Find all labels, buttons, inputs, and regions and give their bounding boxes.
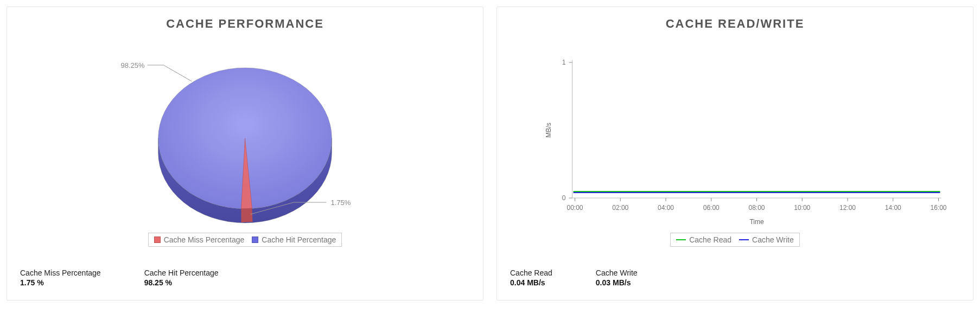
pie-miss-label: 1.75% — [331, 199, 351, 207]
stat-write-label: Cache Write — [596, 269, 638, 277]
cache-readwrite-title: CACHE READ/WRITE — [510, 17, 960, 31]
pie-miss-side — [241, 208, 253, 222]
pie-stats: Cache Miss Percentage 1.75 % Cache Hit P… — [20, 269, 470, 287]
legend-swatch-read — [676, 239, 686, 240]
legend-item-hit[interactable]: Cache Hit Percentage — [252, 235, 336, 244]
line-chart-svg: 0 1 MB/s 00:0002:0004:0006:0008:0010:001… — [510, 35, 960, 231]
stat-hit-label: Cache Hit Percentage — [144, 269, 219, 277]
line-legend: Cache Read Cache Write — [510, 233, 960, 247]
xtick-label: 04:00 — [658, 204, 674, 212]
legend-label-write: Cache Write — [752, 235, 794, 244]
ytick-1: 1 — [562, 59, 566, 66]
xtick-label: 00:00 — [567, 204, 583, 212]
legend-label-read: Cache Read — [689, 235, 731, 244]
cache-readwrite-chart: 0 1 MB/s 00:0002:0004:0006:0008:0010:001… — [510, 35, 960, 231]
pie-legend: Cache Miss Percentage Cache Hit Percenta… — [20, 233, 470, 247]
legend-item-miss[interactable]: Cache Miss Percentage — [154, 235, 245, 244]
legend-item-write[interactable]: Cache Write — [739, 235, 794, 244]
cache-performance-title: CACHE PERFORMANCE — [20, 17, 470, 31]
stat-write-value: 0.03 MB/s — [596, 278, 638, 287]
line-stats: Cache Read 0.04 MB/s Cache Write 0.03 MB… — [510, 269, 960, 287]
xtick-label: 12:00 — [839, 204, 856, 212]
pie-chart-svg: 98.25% 1.75% — [20, 35, 470, 231]
legend-label-hit: Cache Hit Percentage — [262, 235, 336, 244]
stat-hit-value: 98.25 % — [144, 278, 219, 287]
ytick-0: 0 — [562, 194, 566, 202]
stat-hit: Cache Hit Percentage 98.25 % — [144, 269, 219, 287]
x-axis-label: Time — [749, 218, 764, 226]
stat-read: Cache Read 0.04 MB/s — [510, 269, 552, 287]
stat-read-label: Cache Read — [510, 269, 552, 277]
xtick-label: 16:00 — [930, 204, 946, 212]
cache-performance-panel: CACHE PERFORMANCE — [7, 7, 483, 301]
y-axis-label: MB/s — [545, 123, 552, 137]
stat-read-value: 0.04 MB/s — [510, 278, 552, 287]
stat-miss-value: 1.75 % — [20, 278, 101, 287]
stat-miss-label: Cache Miss Percentage — [20, 269, 101, 277]
legend-swatch-write — [739, 239, 749, 240]
cache-performance-chart: 98.25% 1.75% — [20, 35, 470, 231]
stat-miss: Cache Miss Percentage 1.75 % — [20, 269, 101, 287]
cache-readwrite-panel: CACHE READ/WRITE 0 1 MB/s 00:0002:0004 — [497, 7, 973, 301]
xtick-label: 06:00 — [703, 204, 720, 212]
legend-label-miss: Cache Miss Percentage — [164, 235, 245, 244]
xtick-label: 10:00 — [794, 204, 810, 212]
xtick-label: 08:00 — [748, 204, 765, 212]
plot-area: 0 1 MB/s 00:0002:0004:0006:0008:0010:001… — [545, 59, 947, 226]
xtick-label: 02:00 — [612, 204, 628, 212]
xtick-label: 14:00 — [885, 204, 901, 212]
pie-hit-leader — [148, 65, 192, 81]
legend-swatch-miss — [154, 236, 161, 243]
stat-write: Cache Write 0.03 MB/s — [596, 269, 638, 287]
x-ticks: 00:0002:0004:0006:0008:0010:0012:0014:00… — [567, 198, 946, 212]
legend-item-read[interactable]: Cache Read — [676, 235, 731, 244]
legend-swatch-hit — [252, 236, 258, 243]
pie-hit-label: 98.25% — [120, 61, 145, 69]
